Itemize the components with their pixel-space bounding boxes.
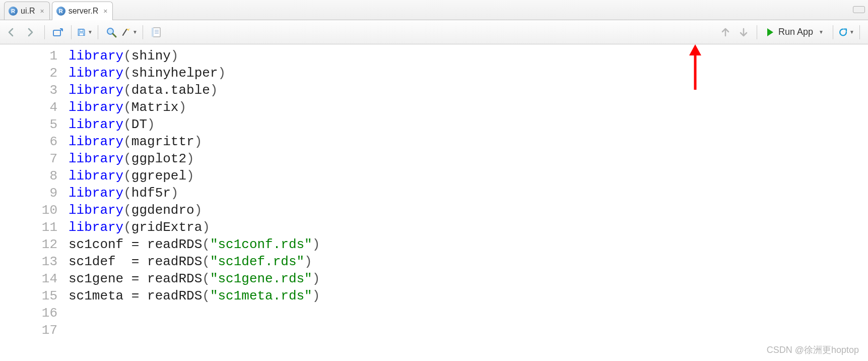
code-line[interactable]: library(Matrix) <box>69 99 320 116</box>
code-area[interactable]: library(shiny)library(shinyhelper)librar… <box>64 44 320 361</box>
svg-rect-2 <box>80 29 83 31</box>
go-to-prev-section-button[interactable] <box>717 24 733 40</box>
find-button[interactable] <box>103 24 119 40</box>
code-line[interactable]: sc1meta = readRDS("sc1meta.rds") <box>69 287 320 305</box>
svg-rect-0 <box>53 30 60 36</box>
line-number: 17 <box>0 322 57 339</box>
code-line[interactable] <box>69 322 320 339</box>
line-gutter: 1234567891011121314151617 <box>0 44 64 361</box>
code-line[interactable]: sc1conf = readRDS("sc1conf.rds") <box>69 236 320 253</box>
line-number: 8 <box>0 167 57 185</box>
code-line[interactable]: library(shiny) <box>69 47 320 65</box>
tab-server-r[interactable]: R server.R × <box>52 2 113 20</box>
close-icon[interactable]: × <box>103 7 107 15</box>
line-number: 6 <box>0 133 57 150</box>
code-line[interactable]: sc1def = readRDS("sc1def.rds") <box>69 253 320 270</box>
line-number: 10 <box>0 202 57 219</box>
code-line[interactable]: sc1gene = readRDS("sc1gene.rds") <box>69 270 320 287</box>
svg-point-7 <box>129 28 129 29</box>
save-button[interactable]: ▼ <box>77 24 93 40</box>
separator <box>44 25 45 39</box>
r-file-icon: R <box>9 7 18 16</box>
code-line[interactable]: library(shinyhelper) <box>69 65 320 82</box>
line-number: 9 <box>0 185 57 202</box>
show-in-new-window-button[interactable] <box>50 24 66 40</box>
line-number: 11 <box>0 219 57 236</box>
line-number: 13 <box>0 253 57 270</box>
line-number: 3 <box>0 82 57 99</box>
line-number: 1 <box>0 47 57 65</box>
separator <box>98 25 98 39</box>
code-tools-button[interactable]: ▼ <box>121 24 138 40</box>
r-file-icon: R <box>56 7 65 16</box>
tab-bar: R ui.R × R server.R × <box>0 0 868 20</box>
svg-line-4 <box>113 34 116 37</box>
line-number: 12 <box>0 236 57 253</box>
run-app-label: Run App <box>778 27 813 37</box>
line-number: 15 <box>0 287 57 305</box>
code-line[interactable]: library(hdf5r) <box>69 185 320 202</box>
separator <box>143 25 143 39</box>
separator <box>71 25 72 39</box>
svg-rect-1 <box>80 33 84 35</box>
play-icon <box>766 28 774 37</box>
code-line[interactable]: library(ggdendro) <box>69 202 320 219</box>
tab-label: ui.R <box>21 7 35 16</box>
close-icon[interactable]: × <box>40 7 44 15</box>
editor-toolbar: ▼ ▼ <box>0 20 868 44</box>
separator <box>757 25 757 39</box>
svg-rect-12 <box>152 28 154 37</box>
svg-point-6 <box>128 29 129 30</box>
code-line[interactable]: library(magrittr) <box>69 133 320 150</box>
tab-label: server.R <box>69 7 99 16</box>
tab-ui-r[interactable]: R ui.R × <box>4 2 50 20</box>
back-button[interactable] <box>5 24 21 40</box>
go-to-next-section-button[interactable] <box>736 24 752 40</box>
chevron-down-icon[interactable]: ▼ <box>819 29 824 35</box>
separator <box>859 25 860 39</box>
watermark: CSDN @徐洲更hoptop <box>767 344 859 356</box>
code-line[interactable]: library(ggrepel) <box>69 167 320 185</box>
code-editor[interactable]: 1234567891011121314151617 library(shiny)… <box>0 44 868 361</box>
panel-toggle-icon[interactable] <box>853 6 865 13</box>
code-line[interactable]: library(gridExtra) <box>69 219 320 236</box>
svg-line-5 <box>123 29 126 35</box>
code-line[interactable]: library(DT) <box>69 116 320 133</box>
compile-report-button[interactable] <box>148 24 164 40</box>
separator <box>833 25 833 39</box>
code-line[interactable]: library(data.table) <box>69 82 320 99</box>
reload-app-button[interactable]: ▼ <box>838 24 854 40</box>
chevron-down-icon: ▼ <box>88 29 93 35</box>
chevron-down-icon: ▼ <box>849 29 854 35</box>
chevron-down-icon: ▼ <box>132 29 138 35</box>
line-number: 5 <box>0 116 57 133</box>
line-number: 2 <box>0 65 57 82</box>
line-number: 4 <box>0 99 57 116</box>
run-app-button[interactable]: Run App ▼ <box>762 25 828 39</box>
forward-button[interactable] <box>23 24 39 40</box>
svg-rect-8 <box>153 28 160 37</box>
line-number: 14 <box>0 270 57 287</box>
code-line[interactable]: library(ggplot2) <box>69 150 320 167</box>
line-number: 16 <box>0 305 57 322</box>
code-line[interactable] <box>69 305 320 322</box>
line-number: 7 <box>0 150 57 167</box>
